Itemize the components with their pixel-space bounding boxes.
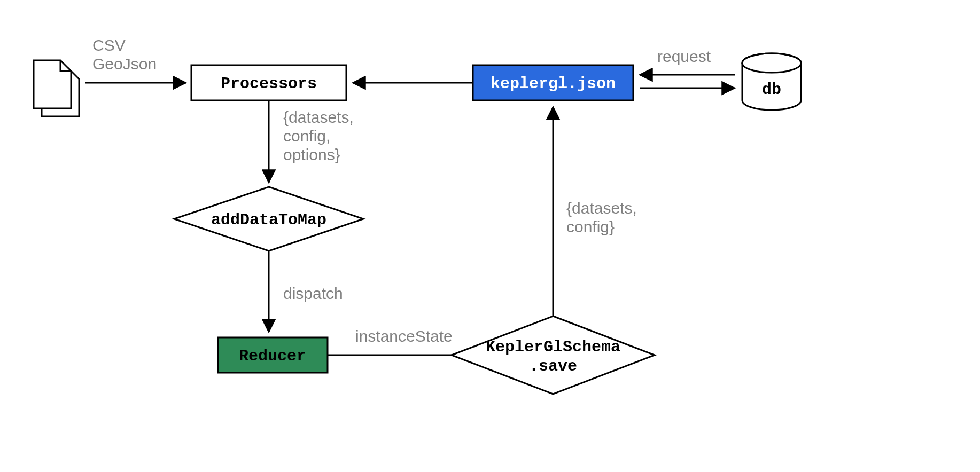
schema-node: KeplerGlSchema .save [452, 316, 655, 394]
edge-label-payload1-l1: {datasets, [283, 108, 354, 126]
edge-label-request: request [657, 48, 711, 65]
edge-label-payload1-l2: config, [283, 127, 330, 145]
schema-label-l1: KeplerGlSchema [486, 338, 620, 356]
adddatatomap-label: addDataToMap [211, 211, 326, 229]
edge-label-instancestate: instanceState [355, 327, 453, 345]
flow-diagram: CSV GeoJson Processors keplergl.json db … [0, 0, 980, 472]
processors-node: Processors [191, 65, 346, 100]
edge-label-payload1-l3: options} [283, 146, 340, 163]
processors-label: Processors [221, 75, 317, 93]
db-label: db [762, 81, 781, 99]
edge-label-payload2-l2: config} [566, 218, 615, 235]
keplergl-json-label: keplergl.json [491, 75, 616, 93]
db-node: db [742, 53, 801, 110]
keplergl-json-node: keplergl.json [473, 65, 633, 100]
adddatatomap-node: addDataToMap [174, 187, 363, 251]
reducer-label: Reducer [239, 347, 306, 365]
edge-label-payload2-l1: {datasets, [566, 199, 637, 217]
reducer-node: Reducer [218, 337, 328, 373]
schema-label-l2: .save [529, 357, 577, 375]
files-icon [34, 60, 79, 116]
files-label-csv: CSV [92, 36, 126, 54]
files-label-geojson: GeoJson [92, 55, 157, 73]
edge-label-dispatch: dispatch [283, 285, 343, 302]
